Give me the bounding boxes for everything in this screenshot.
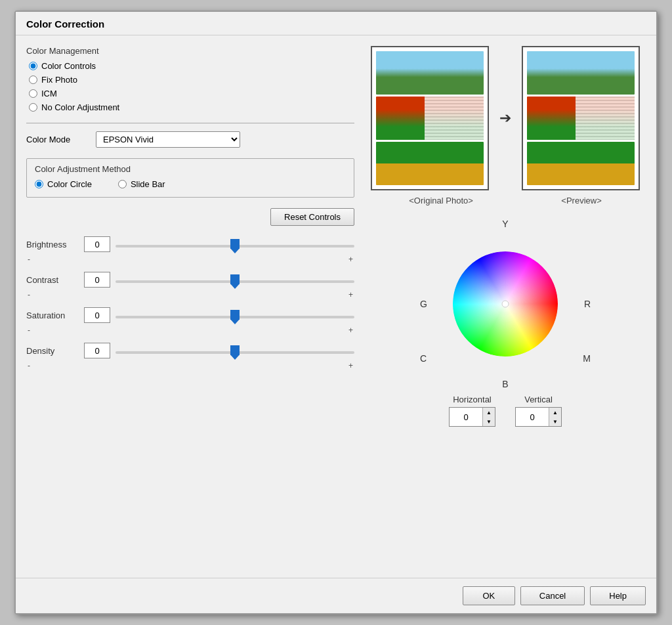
vertical-control: Vertical ▲ ▼ <box>515 395 562 427</box>
wheel-label-r: R <box>584 299 591 309</box>
saturation-value[interactable] <box>84 307 110 323</box>
horizontal-label: Horizontal <box>453 395 492 404</box>
saturation-row: Saturation <box>26 307 354 323</box>
horizontal-up-button[interactable]: ▲ <box>483 408 495 417</box>
saturation-minmax: - + <box>26 326 354 335</box>
horizontal-arrows: ▲ ▼ <box>482 408 495 426</box>
color-adjustment-method-label: Color Adjustment Method <box>35 164 346 174</box>
radio-color-circle[interactable]: Color Circle <box>35 179 92 189</box>
color-management-label: Color Management <box>26 46 354 56</box>
preview-thumb-trees <box>527 142 635 185</box>
brightness-max-label: + <box>348 255 353 264</box>
radio-fix-photo-label: Fix Photo <box>41 75 77 85</box>
color-wheel-grid: Y G R C M B <box>420 219 591 389</box>
saturation-max-label: + <box>348 326 353 335</box>
contrast-slider[interactable] <box>116 280 354 283</box>
original-photo-label: <Original Photo> <box>409 196 473 205</box>
brightness-value[interactable] <box>84 236 110 252</box>
density-row: Density <box>26 343 354 358</box>
horizontal-down-button[interactable]: ▼ <box>483 417 495 426</box>
original-photo-box <box>371 46 489 190</box>
arrow-right-icon: ➔ <box>499 110 511 127</box>
color-mode-label: Color Mode <box>26 135 85 144</box>
contrast-max-label: + <box>348 290 353 299</box>
saturation-min-label: - <box>28 326 30 335</box>
thumb-trees <box>376 142 484 185</box>
horizontal-input[interactable] <box>450 408 482 426</box>
original-photo-container <box>371 46 489 190</box>
vertical-spinner-row: ▲ ▼ <box>515 407 562 427</box>
brightness-slider[interactable] <box>116 245 354 248</box>
wheel-label-g: G <box>420 299 427 309</box>
density-slider[interactable] <box>116 351 354 354</box>
preview-thumb-flowers <box>527 97 635 140</box>
wheel-label-c: C <box>420 353 427 364</box>
brightness-min-label: - <box>28 255 30 264</box>
reset-controls-button[interactable]: Reset Controls <box>270 208 354 226</box>
radio-color-controls[interactable]: Color Controls <box>29 61 354 71</box>
color-management-radio-group: Color Controls Fix Photo ICM No Color Ad… <box>29 61 354 112</box>
divider-1 <box>26 123 354 123</box>
saturation-slider[interactable] <box>116 316 354 318</box>
horizontal-spinner-row: ▲ ▼ <box>449 407 495 427</box>
density-value[interactable] <box>84 343 110 358</box>
help-button[interactable]: Help <box>590 586 646 605</box>
cancel-button[interactable]: Cancel <box>520 586 585 605</box>
color-wheel-canvas[interactable] <box>453 251 558 356</box>
brightness-label: Brightness <box>26 240 79 249</box>
ok-button[interactable]: OK <box>463 586 515 605</box>
vertical-arrows: ▲ ▼ <box>549 408 561 426</box>
vertical-up-button[interactable]: ▲ <box>549 408 561 417</box>
radio-slide-bar[interactable]: Slide Bar <box>118 179 165 189</box>
radio-no-color-adj-label: No Color Adjustment <box>41 102 119 112</box>
radio-fix-photo[interactable]: Fix Photo <box>29 75 354 85</box>
thumb-landscape <box>376 51 484 95</box>
contrast-value[interactable] <box>84 272 110 288</box>
brightness-minmax: - + <box>26 255 354 264</box>
left-panel: Color Management Color Controls Fix Phot… <box>26 46 354 567</box>
contrast-min-label: - <box>28 290 30 299</box>
density-max-label: + <box>348 361 353 370</box>
preview-photo-container <box>522 46 640 190</box>
radio-color-controls-input[interactable] <box>29 62 37 70</box>
contrast-label: Contrast <box>26 275 79 285</box>
method-radios: Color Circle Slide Bar <box>35 179 346 189</box>
preview-labels-row: <Original Photo> <Preview> <box>365 196 646 208</box>
radio-slide-bar-label: Slide Bar <box>131 179 165 189</box>
radio-slide-bar-input[interactable] <box>118 180 127 188</box>
radio-no-color-adj[interactable]: No Color Adjustment <box>29 102 354 112</box>
brightness-row: Brightness <box>26 236 354 252</box>
radio-icm-input[interactable] <box>29 89 37 98</box>
vertical-label: Vertical <box>524 395 553 404</box>
wheel-label-y: Y <box>502 219 508 229</box>
hv-controls: Horizontal ▲ ▼ Vertical <box>449 395 562 427</box>
radio-color-circle-input[interactable] <box>35 180 43 188</box>
original-photo-thumb <box>372 47 488 189</box>
radio-color-controls-label: Color Controls <box>41 61 96 71</box>
vertical-down-button[interactable]: ▼ <box>549 417 561 426</box>
dialog-title: Color Correction <box>16 12 656 35</box>
color-mode-row: Color Mode EPSON Vivid Adobe RGB sRGB Cu… <box>26 131 354 148</box>
density-track-container <box>116 346 354 355</box>
thumb-flowers <box>376 97 484 140</box>
radio-fix-photo-input[interactable] <box>29 75 37 84</box>
density-section: Density - + <box>26 343 354 370</box>
vertical-input[interactable] <box>516 408 549 426</box>
color-adjustment-method-box: Color Adjustment Method Color Circle Sli… <box>26 158 354 198</box>
density-min-label: - <box>28 361 30 370</box>
density-minmax: - + <box>26 361 354 370</box>
preview-photo-thumb <box>523 47 639 189</box>
color-wheel-section: Y G R C M B Horizontal ▲ <box>365 219 646 567</box>
color-correction-dialog: Color Correction Color Management Color … <box>14 11 658 614</box>
preview-photo-label: <Preview> <box>561 196 601 205</box>
dialog-footer: OK Cancel Help <box>16 578 656 613</box>
contrast-minmax: - + <box>26 290 354 299</box>
saturation-label: Saturation <box>26 311 79 320</box>
radio-no-color-adj-input[interactable] <box>29 103 37 112</box>
wheel-label-b: B <box>502 379 508 389</box>
color-mode-select[interactable]: EPSON Vivid Adobe RGB sRGB Custom <box>96 131 240 148</box>
saturation-section: Saturation - + <box>26 307 354 335</box>
preview-photo-box <box>522 46 640 190</box>
brightness-track-container <box>116 240 354 249</box>
radio-icm[interactable]: ICM <box>29 89 354 98</box>
